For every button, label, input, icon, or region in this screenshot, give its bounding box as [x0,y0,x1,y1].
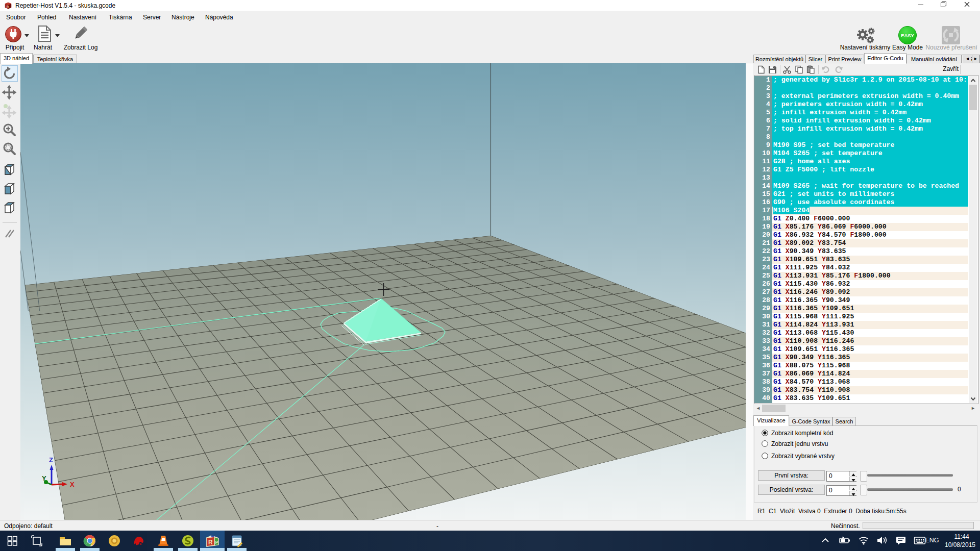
svg-text:EASY: EASY [901,33,915,38]
svg-text:Y: Y [42,474,46,482]
svg-text:R: R [208,539,213,546]
svg-text:R: R [7,5,9,8]
svg-text:Z: Z [49,456,53,464]
svg-text:P: P [215,540,218,545]
svg-text:X: X [70,481,75,488]
